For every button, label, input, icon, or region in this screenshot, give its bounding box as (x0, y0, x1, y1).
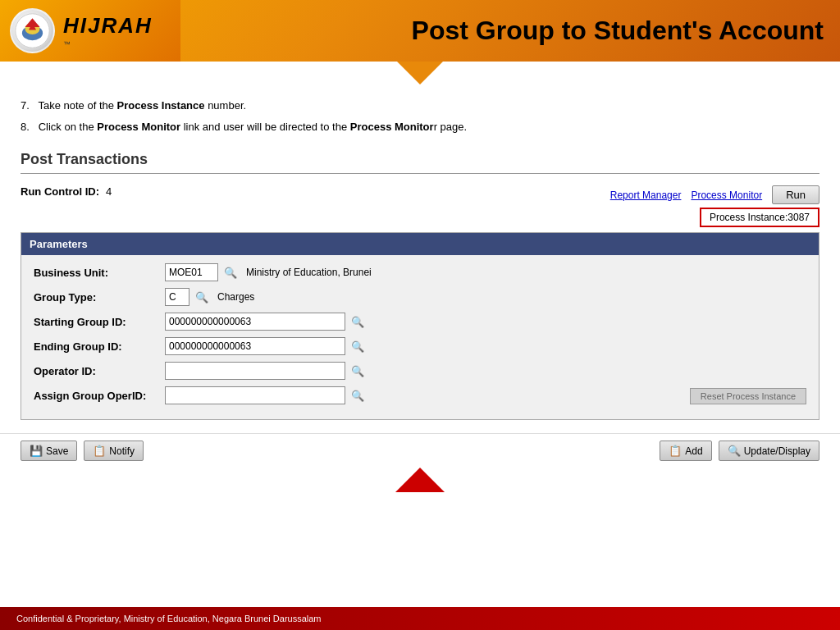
run-button[interactable]: Run (772, 185, 819, 204)
notify-button[interactable]: 📋 Notify (84, 441, 144, 461)
param-control-operator-id: 🔍 (165, 362, 806, 380)
param-row-group-type: Group Type: 🔍 Charges (34, 288, 806, 306)
footer: Confidential & Proprietary, Ministry of … (0, 607, 840, 630)
operator-id-input[interactable] (165, 362, 345, 380)
param-control-assign-group-operid: 🔍 Reset Process Instance (165, 386, 806, 404)
assign-group-operid-input[interactable] (165, 386, 345, 404)
report-manager-link[interactable]: Report Manager (610, 189, 682, 201)
business-unit-lookup-icon[interactable]: 🔍 (222, 264, 239, 281)
business-unit-description: Ministry of Education, Brunei (246, 267, 372, 278)
assign-group-operid-lookup-icon[interactable]: 🔍 (349, 387, 366, 404)
parameters-header: Parameters (21, 233, 819, 255)
param-label-ending-group-id: Ending Group ID: (34, 340, 165, 353)
header-title-area: Post Group to Student's Account (180, 0, 840, 62)
run-control-links: Report Manager Process Monitor Run (610, 185, 819, 204)
run-control-row: Run Control ID: 4 Report Manager Process… (21, 185, 819, 227)
run-control-id-value: 4 (106, 185, 112, 198)
page-title: Post Group to Student's Account (412, 16, 824, 46)
save-button[interactable]: 💾 Save (21, 441, 77, 461)
param-control-starting-group-id: 🔍 (165, 313, 806, 331)
save-icon: 💾 (30, 445, 43, 457)
notify-icon: 📋 (93, 445, 106, 457)
header: HIJRAH ™ Post Group to Student's Account (0, 0, 840, 62)
param-row-ending-group-id: Ending Group ID: 🔍 (34, 337, 806, 355)
param-label-assign-group-operid: Assign Group OperID: (34, 390, 165, 402)
toolbar-left: 💾 Save 📋 Notify (21, 441, 144, 461)
update-display-label: Update/Display (744, 445, 810, 457)
parameters-section: Parameters Business Unit: 🔍 Ministry of … (21, 232, 819, 420)
reset-process-instance-button[interactable]: Reset Process Instance (690, 388, 806, 404)
group-type-lookup-icon[interactable]: 🔍 (194, 289, 210, 305)
instruction-item-8: 8. Click on the Process Monitor link and… (21, 118, 819, 136)
bottom-toolbar: 💾 Save 📋 Notify 📋 Add 🔍 Update/Display (0, 433, 840, 468)
logo-name: HIJRAH (63, 13, 153, 39)
param-label-operator-id: Operator ID: (34, 365, 165, 377)
add-label: Add (685, 445, 702, 457)
param-control-group-type: 🔍 Charges (165, 288, 806, 306)
starting-group-id-input[interactable] (165, 313, 345, 331)
param-row-operator-id: Operator ID: 🔍 (34, 362, 806, 380)
update-display-button[interactable]: 🔍 Update/Display (719, 441, 819, 461)
param-label-business-unit: Business Unit: (34, 267, 165, 279)
section-title: Post Transactions (21, 151, 819, 174)
main-content: 7. Take note of the Process Instance num… (0, 84, 840, 428)
add-button[interactable]: 📋 Add (660, 441, 711, 461)
bubble-top-pointer (0, 62, 840, 84)
param-label-group-type: Group Type: (34, 291, 165, 304)
instruction-item-7: 7. Take note of the Process Instance num… (21, 97, 819, 115)
add-icon: 📋 (669, 445, 682, 457)
run-control-right: Report Manager Process Monitor Run Proce… (610, 185, 819, 227)
param-control-ending-group-id: 🔍 (165, 337, 806, 355)
notify-label: Notify (109, 445, 135, 457)
run-control-id-label: Run Control ID: (21, 185, 99, 198)
logo-text-area: HIJRAH ™ (63, 13, 153, 48)
starting-group-id-lookup-icon[interactable]: 🔍 (349, 313, 366, 330)
logo-area: HIJRAH ™ (0, 0, 180, 62)
update-display-icon: 🔍 (728, 445, 741, 457)
bubble-bottom-pointer (0, 468, 840, 492)
group-type-input[interactable] (165, 288, 189, 306)
ending-group-id-lookup-icon[interactable]: 🔍 (349, 338, 366, 354)
param-row-assign-group-operid: Assign Group OperID: 🔍 Reset Process Ins… (34, 386, 806, 404)
save-label: Save (46, 445, 68, 457)
run-control-left: Run Control ID: 4 (21, 185, 112, 198)
ending-group-id-input[interactable] (165, 337, 345, 355)
logo-icon (10, 8, 55, 53)
param-label-starting-group-id: Starting Group ID: (34, 316, 165, 328)
toolbar-right: 📋 Add 🔍 Update/Display (660, 441, 819, 461)
process-instance-box: Process Instance:3087 (700, 208, 819, 227)
process-monitor-link[interactable]: Process Monitor (691, 189, 762, 201)
param-control-business-unit: 🔍 Ministry of Education, Brunei (165, 263, 806, 281)
business-unit-input[interactable] (165, 263, 218, 281)
operator-id-lookup-icon[interactable]: 🔍 (349, 363, 366, 379)
instructions: 7. Take note of the Process Instance num… (21, 97, 819, 136)
param-row-starting-group-id: Starting Group ID: 🔍 (34, 313, 806, 331)
parameters-body: Business Unit: 🔍 Ministry of Education, … (21, 255, 819, 419)
logo-tagline: ™ (63, 40, 153, 48)
param-row-business-unit: Business Unit: 🔍 Ministry of Education, … (34, 263, 806, 281)
footer-text: Confidential & Proprietary, Ministry of … (16, 614, 322, 623)
group-type-description: Charges (217, 291, 254, 303)
